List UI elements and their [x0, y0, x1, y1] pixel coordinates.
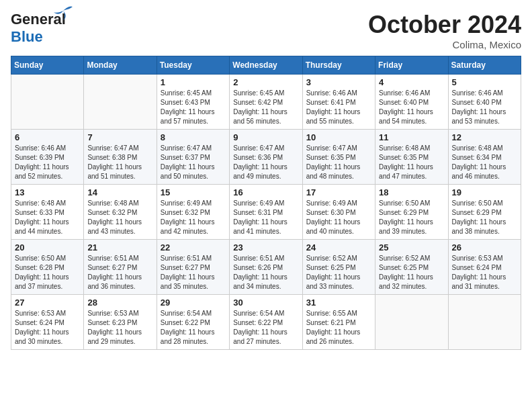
- header-monday: Monday: [84, 56, 157, 75]
- week-row-3: 13Sunrise: 6:48 AMSunset: 6:33 PMDayligh…: [11, 185, 521, 240]
- sunrise-text: Sunrise: 6:47 AM: [161, 144, 212, 152]
- sunrise-text: Sunrise: 6:46 AM: [15, 144, 66, 152]
- daylight-text: Daylight: 11 hours and 38 minutes.: [452, 218, 506, 235]
- calendar-cell: 2Sunrise: 6:45 AMSunset: 6:42 PMDaylight…: [230, 75, 302, 130]
- calendar-cell: 24Sunrise: 6:52 AMSunset: 6:25 PMDayligh…: [302, 240, 375, 295]
- month-title: October 2024: [368, 11, 521, 39]
- calendar-cell: 23Sunrise: 6:51 AMSunset: 6:26 PMDayligh…: [230, 240, 302, 295]
- day-number: 26: [452, 242, 517, 253]
- calendar-cell: 17Sunrise: 6:49 AMSunset: 6:30 PMDayligh…: [302, 185, 375, 240]
- day-info: Sunrise: 6:48 AMSunset: 6:35 PMDaylight:…: [379, 144, 444, 181]
- day-number: 30: [233, 298, 298, 308]
- sunrise-text: Sunrise: 6:46 AM: [379, 89, 430, 97]
- calendar-cell: 3Sunrise: 6:46 AMSunset: 6:41 PMDaylight…: [302, 75, 375, 130]
- header-wednesday: Wednesday: [230, 56, 302, 75]
- sunset-text: Sunset: 6:25 PM: [306, 264, 356, 271]
- sunrise-text: Sunrise: 6:51 AM: [87, 255, 138, 262]
- sunset-text: Sunset: 6:31 PM: [233, 209, 283, 216]
- day-number: 14: [87, 187, 152, 197]
- calendar-cell: 16Sunrise: 6:49 AMSunset: 6:31 PMDayligh…: [230, 185, 302, 240]
- location: Colima, Mexico: [368, 39, 521, 50]
- sunset-text: Sunset: 6:33 PM: [15, 209, 64, 216]
- header-sunday: Sunday: [11, 56, 84, 75]
- day-number: 23: [233, 242, 298, 253]
- sunset-text: Sunset: 6:37 PM: [161, 154, 210, 161]
- day-info: Sunrise: 6:45 AMSunset: 6:42 PMDaylight:…: [233, 89, 298, 126]
- daylight-text: Daylight: 11 hours and 54 minutes.: [379, 108, 433, 125]
- day-number: 4: [379, 77, 444, 87]
- sunrise-text: Sunrise: 6:48 AM: [452, 144, 503, 152]
- sunrise-text: Sunrise: 6:52 AM: [306, 255, 357, 262]
- sunrise-text: Sunrise: 6:50 AM: [379, 199, 430, 207]
- daylight-text: Daylight: 11 hours and 48 minutes.: [306, 163, 361, 180]
- sunset-text: Sunset: 6:27 PM: [161, 264, 210, 271]
- calendar-cell: 15Sunrise: 6:49 AMSunset: 6:32 PMDayligh…: [157, 185, 229, 240]
- calendar-cell: 10Sunrise: 6:47 AMSunset: 6:35 PMDayligh…: [302, 130, 375, 185]
- calendar-cell: 11Sunrise: 6:48 AMSunset: 6:35 PMDayligh…: [375, 130, 448, 185]
- daylight-text: Daylight: 11 hours and 37 minutes.: [15, 273, 69, 290]
- day-number: 7: [87, 132, 152, 142]
- daylight-text: Daylight: 11 hours and 30 minutes.: [15, 328, 69, 345]
- calendar-cell: 28Sunrise: 6:53 AMSunset: 6:23 PMDayligh…: [84, 295, 157, 350]
- header-saturday: Saturday: [448, 56, 521, 75]
- sunrise-text: Sunrise: 6:49 AM: [306, 199, 357, 207]
- sunrise-text: Sunrise: 6:50 AM: [15, 255, 66, 262]
- sunset-text: Sunset: 6:23 PM: [87, 319, 137, 326]
- calendar-cell: 5Sunrise: 6:46 AMSunset: 6:40 PMDaylight…: [448, 75, 521, 130]
- sunset-text: Sunset: 6:22 PM: [161, 319, 210, 326]
- daylight-text: Daylight: 11 hours and 44 minutes.: [15, 218, 69, 235]
- day-number: 10: [306, 132, 371, 142]
- daylight-text: Daylight: 11 hours and 47 minutes.: [379, 163, 433, 180]
- day-info: Sunrise: 6:47 AMSunset: 6:36 PMDaylight:…: [233, 144, 298, 181]
- sunset-text: Sunset: 6:28 PM: [15, 264, 64, 271]
- calendar-cell: 12Sunrise: 6:48 AMSunset: 6:34 PMDayligh…: [448, 130, 521, 185]
- day-number: 17: [306, 187, 371, 197]
- day-info: Sunrise: 6:51 AMSunset: 6:26 PMDaylight:…: [233, 254, 298, 291]
- sunrise-text: Sunrise: 6:46 AM: [306, 89, 357, 97]
- header-tuesday: Tuesday: [157, 56, 229, 75]
- day-number: 1: [161, 77, 226, 87]
- sunrise-text: Sunrise: 6:55 AM: [306, 310, 357, 317]
- sunset-text: Sunset: 6:25 PM: [379, 264, 429, 271]
- sunrise-text: Sunrise: 6:53 AM: [452, 255, 503, 262]
- logo: General Blue: [11, 11, 66, 46]
- calendar-cell: [448, 295, 521, 350]
- bird-icon: [54, 5, 75, 20]
- sunrise-text: Sunrise: 6:51 AM: [233, 255, 284, 262]
- sunrise-text: Sunrise: 6:54 AM: [161, 310, 212, 317]
- sunset-text: Sunset: 6:40 PM: [379, 99, 429, 106]
- sunset-text: Sunset: 6:38 PM: [87, 154, 137, 161]
- daylight-text: Daylight: 11 hours and 57 minutes.: [161, 108, 215, 125]
- day-info: Sunrise: 6:51 AMSunset: 6:27 PMDaylight:…: [161, 254, 226, 291]
- calendar-cell: 4Sunrise: 6:46 AMSunset: 6:40 PMDaylight…: [375, 75, 448, 130]
- daylight-text: Daylight: 11 hours and 55 minutes.: [306, 108, 361, 125]
- day-number: 21: [87, 242, 152, 253]
- calendar-cell: 6Sunrise: 6:46 AMSunset: 6:39 PMDaylight…: [11, 130, 84, 185]
- day-info: Sunrise: 6:47 AMSunset: 6:37 PMDaylight:…: [161, 144, 226, 181]
- day-number: 25: [379, 242, 444, 253]
- daylight-text: Daylight: 11 hours and 35 minutes.: [161, 273, 215, 290]
- day-number: 12: [452, 132, 517, 142]
- week-row-5: 27Sunrise: 6:53 AMSunset: 6:24 PMDayligh…: [11, 295, 521, 350]
- day-info: Sunrise: 6:54 AMSunset: 6:22 PMDaylight:…: [233, 309, 298, 347]
- day-info: Sunrise: 6:47 AMSunset: 6:38 PMDaylight:…: [87, 144, 152, 181]
- calendar-cell: 30Sunrise: 6:54 AMSunset: 6:22 PMDayligh…: [230, 295, 302, 350]
- logo-blue-text: Blue: [11, 28, 43, 45]
- daylight-text: Daylight: 11 hours and 40 minutes.: [306, 218, 361, 235]
- daylight-text: Daylight: 11 hours and 33 minutes.: [306, 273, 361, 290]
- daylight-text: Daylight: 11 hours and 31 minutes.: [452, 273, 506, 290]
- daylight-text: Daylight: 11 hours and 52 minutes.: [15, 163, 69, 180]
- sunset-text: Sunset: 6:32 PM: [161, 209, 210, 216]
- day-number: 28: [87, 298, 152, 308]
- calendar-cell: 14Sunrise: 6:48 AMSunset: 6:32 PMDayligh…: [84, 185, 157, 240]
- sunset-text: Sunset: 6:39 PM: [15, 154, 64, 161]
- sunset-text: Sunset: 6:29 PM: [379, 209, 429, 216]
- day-info: Sunrise: 6:46 AMSunset: 6:40 PMDaylight:…: [379, 89, 444, 126]
- daylight-text: Daylight: 11 hours and 56 minutes.: [233, 108, 287, 125]
- day-info: Sunrise: 6:46 AMSunset: 6:39 PMDaylight:…: [15, 144, 80, 181]
- day-number: 29: [161, 298, 226, 308]
- day-number: 6: [15, 132, 80, 142]
- sunrise-text: Sunrise: 6:54 AM: [233, 310, 284, 317]
- sunrise-text: Sunrise: 6:48 AM: [87, 199, 138, 207]
- sunset-text: Sunset: 6:36 PM: [233, 154, 283, 161]
